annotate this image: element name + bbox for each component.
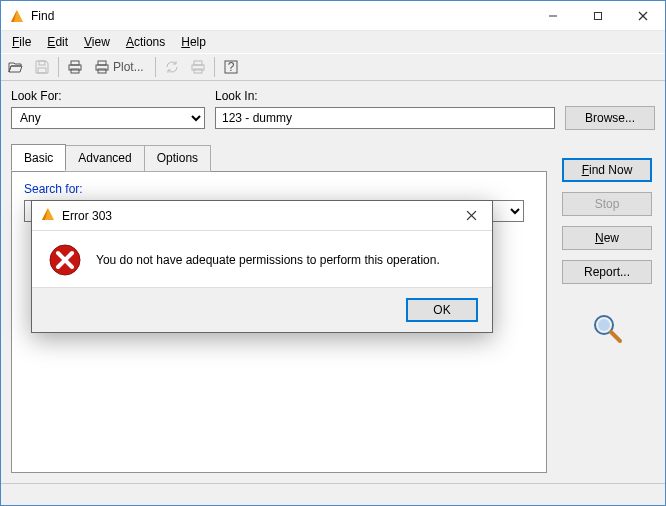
report-button[interactable]: Report... xyxy=(562,260,652,284)
save-icon[interactable] xyxy=(30,55,54,79)
find-now-button[interactable]: Find Now xyxy=(562,158,652,182)
dialog-message: You do not have adequate permissions to … xyxy=(96,253,440,267)
svg-point-20 xyxy=(598,319,610,331)
refresh-icon[interactable] xyxy=(160,55,184,79)
input-labels-row: Look For: Look In: xyxy=(11,89,655,103)
open-icon[interactable] xyxy=(4,55,28,79)
dialog-close-button[interactable] xyxy=(450,201,492,230)
dialog-ok-button[interactable]: OK xyxy=(406,298,478,322)
find-window: Find File Edit View Actions Help Plot...… xyxy=(0,0,666,506)
toolbar-separator xyxy=(155,57,156,77)
new-button[interactable]: New xyxy=(562,226,652,250)
print-icon[interactable] xyxy=(63,55,87,79)
statusbar xyxy=(1,483,665,505)
menu-actions[interactable]: Actions xyxy=(119,33,172,51)
svg-rect-11 xyxy=(98,61,106,65)
tab-basic[interactable]: Basic xyxy=(11,144,66,171)
tab-options[interactable]: Options xyxy=(144,145,211,172)
magnifier-icon xyxy=(589,310,625,349)
lookin-label: Look In: xyxy=(215,89,258,103)
plot-button[interactable]: Plot... xyxy=(89,55,151,79)
plot-label: Plot... xyxy=(113,60,144,74)
browse-button[interactable]: Browse... xyxy=(565,106,655,130)
toolbar: Plot... ? xyxy=(1,53,665,81)
help-icon[interactable]: ? xyxy=(219,55,243,79)
toolbar-separator xyxy=(214,57,215,77)
dialog-body: You do not have adequate permissions to … xyxy=(32,231,492,287)
lookfor-select[interactable]: Any xyxy=(11,107,205,129)
error-icon xyxy=(48,243,82,277)
right-column: Find Now Stop New Report... xyxy=(559,144,655,473)
svg-rect-7 xyxy=(38,68,46,73)
window-title: Find xyxy=(31,9,530,23)
svg-rect-8 xyxy=(71,61,79,65)
svg-rect-3 xyxy=(594,12,601,19)
dialog-titlebar: Error 303 xyxy=(32,201,492,231)
svg-rect-6 xyxy=(39,61,45,65)
searchfor-label: Search for: xyxy=(24,182,534,196)
dialog-title: Error 303 xyxy=(62,209,450,223)
close-button[interactable] xyxy=(620,1,665,30)
dialog-button-row: OK xyxy=(32,287,492,332)
menu-edit[interactable]: Edit xyxy=(40,33,75,51)
lookfor-label: Look For: xyxy=(11,89,205,103)
tabs: Basic Advanced Options xyxy=(11,144,547,171)
maximize-button[interactable] xyxy=(575,1,620,30)
error-dialog: Error 303 You do not have adequate permi… xyxy=(31,200,493,333)
toolbar-separator xyxy=(58,57,59,77)
app-icon xyxy=(40,206,56,225)
svg-text:?: ? xyxy=(227,60,234,74)
svg-line-21 xyxy=(611,332,620,341)
lookin-input[interactable] xyxy=(215,107,555,129)
app-icon xyxy=(9,8,25,24)
print2-icon[interactable] xyxy=(186,55,210,79)
svg-rect-14 xyxy=(194,61,202,65)
input-row: Any Browse... xyxy=(11,106,655,130)
titlebar: Find xyxy=(1,1,665,31)
stop-button: Stop xyxy=(562,192,652,216)
minimize-button[interactable] xyxy=(530,1,575,30)
menu-file[interactable]: File xyxy=(5,33,38,51)
menu-view[interactable]: View xyxy=(77,33,117,51)
menubar: File Edit View Actions Help xyxy=(1,31,665,53)
tab-advanced[interactable]: Advanced xyxy=(65,145,144,172)
plot-icon xyxy=(94,59,110,75)
menu-help[interactable]: Help xyxy=(174,33,213,51)
